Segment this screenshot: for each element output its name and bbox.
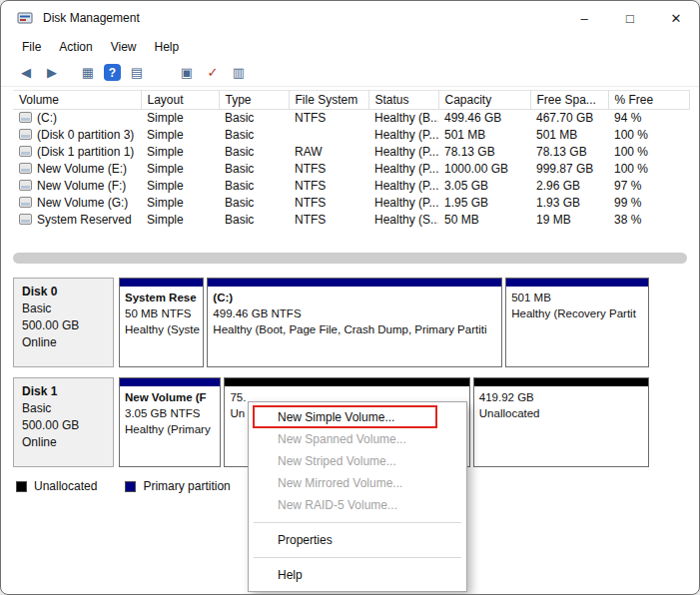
cell-status: Healthy (P... [368, 178, 438, 195]
partition[interactable]: New Volume (F3.05 GB NTFSHealthy (Primar… [119, 377, 221, 467]
table-row[interactable]: (Disk 1 partition 1)SimpleBasicRAWHealth… [13, 144, 689, 161]
volume-icon [19, 180, 32, 191]
partition-text-line: Healthy (Primary [125, 421, 215, 437]
help-icon[interactable]: ? [104, 64, 121, 81]
volume-name: (Disk 1 partition 1) [37, 145, 134, 159]
partition-text-line: 501 MB [511, 290, 643, 305]
cell-type: Basic [219, 144, 289, 161]
cell-status: Healthy (P... [368, 127, 438, 144]
column-header-type[interactable]: Type [219, 91, 289, 110]
cell-status: Healthy (P... [368, 161, 438, 178]
partition-text-line: Unallocated [479, 405, 643, 421]
console-tree-icon[interactable]: ▦ [78, 63, 98, 83]
cell-capacity: 78.13 GB [438, 144, 530, 161]
menu-item-new-spanned-volume[interactable]: New Spanned Volume... [251, 428, 464, 450]
cell-free-space: 999.87 GB [530, 161, 608, 178]
cell-file-system: NTFS [289, 195, 368, 212]
cell-type: Basic [219, 212, 289, 229]
partition[interactable]: 501 MBHealthy (Recovery Partit [505, 278, 649, 367]
minimize-button[interactable]: – [561, 1, 607, 35]
menu-item-new-mirrored-volume[interactable]: New Mirrored Volume... [251, 472, 464, 494]
column-header-status[interactable]: Status [368, 91, 438, 110]
volume-table: VolumeLayoutTypeFile SystemStatusCapacit… [13, 90, 690, 229]
disk-label-1[interactable]: Disk 1Basic500.00 GBOnline [13, 377, 114, 467]
disk-row-0: Disk 0Basic500.00 GBOnlineSystem Rese50 … [13, 278, 687, 367]
cell-layout: Simple [141, 195, 219, 212]
partition-info: 419.92 GBUnallocated [474, 386, 648, 424]
cell-free-space: 1.93 GB [530, 195, 608, 212]
cell-capacity: 50 MB [438, 212, 530, 229]
volume-name: (C:) [37, 111, 57, 125]
column-header-layout[interactable]: Layout [141, 91, 219, 110]
partition-color-strip [120, 378, 220, 386]
volume-icon [19, 197, 32, 208]
legend-item-unallocated: Unallocated [16, 479, 97, 493]
menu-file[interactable]: File [13, 37, 50, 57]
legend-swatch [125, 481, 136, 492]
column-header-file-system[interactable]: File System [289, 91, 368, 110]
disk-name: Disk 1 [22, 383, 105, 400]
disk-status: Online [22, 334, 105, 351]
partition[interactable]: System Rese50 MB NTFSHealthy (Syste [119, 278, 204, 367]
cell-status: Healthy (B... [368, 110, 438, 127]
cell-volume: System Reserved [13, 212, 141, 229]
table-row[interactable]: System ReservedSimpleBasicNTFSHealthy (S… [13, 212, 689, 229]
menu-action[interactable]: Action [50, 37, 101, 57]
menu-separator [254, 557, 461, 558]
volume-name: New Volume (F:) [37, 179, 126, 193]
partition-text-line: 50 MB NTFS [125, 305, 198, 321]
forward-icon[interactable]: ▶ [42, 63, 62, 83]
view-options-icon[interactable]: ▥ [229, 63, 249, 83]
partition[interactable]: 419.92 GBUnallocated [473, 377, 649, 467]
menu-item-help[interactable]: Help [251, 564, 464, 586]
disk-size: 500.00 GB [22, 317, 105, 334]
menu-item-new-striped-volume[interactable]: New Striped Volume... [251, 450, 464, 472]
table-row[interactable]: New Volume (G:)SimpleBasicNTFSHealthy (P… [13, 195, 689, 212]
cell-free-space: 2.96 GB [530, 178, 608, 195]
toolbar: ◀▶▦?▤▣✓▥ [1, 59, 699, 87]
menu-help[interactable]: Help [146, 37, 189, 57]
menu-view[interactable]: View [102, 37, 146, 57]
table-row[interactable]: (C:)SimpleBasicNTFSHealthy (B...499.46 G… [13, 110, 689, 127]
menu-item-properties[interactable]: Properties [251, 529, 464, 551]
close-button[interactable]: ✕ [653, 1, 699, 35]
maximize-button[interactable]: □ [607, 1, 653, 35]
annotation-highlight [253, 405, 437, 428]
column-header-pct-free[interactable]: % Free [608, 91, 689, 110]
cell-capacity: 501 MB [438, 127, 530, 144]
cell-type: Basic [219, 110, 289, 127]
column-header-capacity[interactable]: Capacity [438, 91, 530, 110]
cell-pct-free: 100 % [608, 144, 689, 161]
disk-list-icon[interactable]: ▣ [177, 63, 197, 83]
check-disk-icon[interactable]: ✓ [203, 63, 223, 83]
cell-free-space: 501 MB [530, 127, 608, 144]
partition[interactable]: (C:)499.46 GB NTFSHealthy (Boot, Page Fi… [207, 278, 502, 367]
cell-volume: (C:) [13, 110, 141, 127]
cell-pct-free: 100 % [608, 161, 689, 178]
cell-capacity: 3.05 GB [438, 178, 530, 195]
horizontal-scrollbar[interactable] [13, 253, 687, 264]
back-icon[interactable]: ◀ [16, 63, 36, 83]
cell-layout: Simple [141, 110, 219, 127]
partition-color-strip [120, 279, 203, 287]
cell-volume: New Volume (G:) [13, 195, 141, 212]
cell-status: Healthy (P... [368, 144, 438, 161]
menu-bar: FileActionViewHelp [1, 35, 699, 59]
table-row[interactable]: New Volume (E:)SimpleBasicNTFSHealthy (P… [13, 161, 689, 178]
column-header-free-space[interactable]: Free Spa... [530, 91, 608, 110]
menu-separator [254, 522, 461, 523]
column-header-volume[interactable]: Volume [13, 91, 141, 110]
menu-item-new-simple-volume[interactable]: New Simple Volume... [251, 406, 464, 428]
table-row[interactable]: New Volume (F:)SimpleBasicNTFSHealthy (P… [13, 178, 689, 195]
table-row[interactable]: (Disk 0 partition 3)SimpleBasicHealthy (… [13, 127, 689, 144]
cell-type: Basic [219, 178, 289, 195]
cell-volume: (Disk 1 partition 1) [13, 144, 141, 161]
partition-text-line: 3.05 GB NTFS [125, 405, 215, 421]
context-menu: New Simple Volume...New Spanned Volume..… [248, 401, 467, 592]
disk-label-0[interactable]: Disk 0Basic500.00 GBOnline [13, 278, 114, 367]
menu-item-new-raid-5-volume[interactable]: New RAID-5 Volume... [251, 494, 464, 516]
volume-icon [19, 112, 32, 123]
cell-layout: Simple [141, 127, 219, 144]
action-pane-icon[interactable]: ▤ [127, 63, 147, 83]
title-bar: Disk Management – □ ✕ [1, 1, 699, 35]
